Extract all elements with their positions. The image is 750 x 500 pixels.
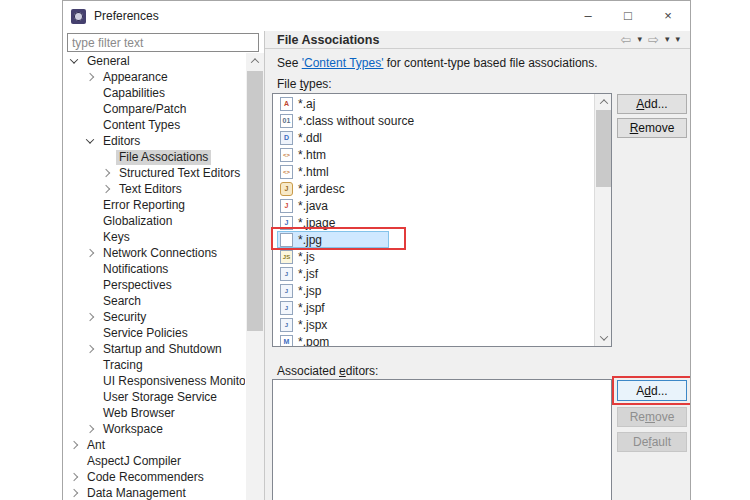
scroll-up-icon[interactable] <box>595 94 612 110</box>
tree-item[interactable]: AspectJ Compiler <box>63 453 245 469</box>
tree-item[interactable]: Content Types <box>63 117 245 133</box>
file-type-row[interactable]: *.class without source <box>273 112 594 129</box>
forward-arrow-icon[interactable]: ⇨ <box>648 33 659 46</box>
tree-item-label: Code Recommenders <box>84 470 207 485</box>
tree-item-label: Appearance <box>100 70 171 85</box>
tree-item[interactable]: File Associations <box>63 149 245 165</box>
back-arrow-icon[interactable]: ⇦ <box>621 33 632 46</box>
maximize-button[interactable]: □ <box>608 1 648 31</box>
file-type-row[interactable]: *.jpg <box>273 231 594 248</box>
file-type-row[interactable]: *.html <box>273 163 594 180</box>
tree-item[interactable]: Web Browser <box>63 405 245 421</box>
tree-item[interactable]: Code Recommenders <box>63 469 245 485</box>
tree-item[interactable]: Structured Text Editors <box>63 165 245 181</box>
file-icon <box>280 97 293 111</box>
associated-editors-label: Associated editors: <box>277 364 378 378</box>
file-type-row[interactable]: *.aj <box>273 95 594 112</box>
chevron-icon <box>70 489 78 497</box>
content-types-link[interactable]: 'Content Types' <box>302 56 384 70</box>
chevron-icon <box>86 313 94 321</box>
remove-file-type-button[interactable]: Remove <box>617 118 687 138</box>
file-type-label: *.java <box>298 199 328 213</box>
filter-input[interactable] <box>67 33 259 52</box>
tree-item[interactable]: Notifications <box>63 261 245 277</box>
tree-scrollbar-thumb[interactable] <box>247 71 263 331</box>
file-types-list[interactable]: *.aj *.class without source *.ddl <box>272 93 612 347</box>
file-icon <box>280 182 293 196</box>
tree-item-label: Globalization <box>100 214 175 229</box>
tree-item[interactable]: General <box>63 53 245 69</box>
file-list-scrollbar-thumb[interactable] <box>596 110 611 187</box>
file-type-label: *.jsf <box>298 267 318 281</box>
tree-item[interactable]: Ant <box>63 437 245 453</box>
tree-item[interactable]: Appearance <box>63 69 245 85</box>
tree-item[interactable]: Globalization <box>63 213 245 229</box>
chevron-icon <box>70 473 78 481</box>
tree-item[interactable]: User Storage Service <box>63 389 245 405</box>
tree-item[interactable]: Keys <box>63 229 245 245</box>
scroll-down-icon[interactable] <box>595 330 612 346</box>
file-icon <box>280 284 293 298</box>
file-type-label: *.ddl <box>298 131 322 145</box>
tree-item[interactable]: Error Reporting <box>63 197 245 213</box>
tree-item[interactable]: Network Connections <box>63 245 245 261</box>
file-type-row[interactable]: *.pom <box>273 333 594 347</box>
file-list-scrollbar[interactable] <box>594 94 611 346</box>
tree-item[interactable]: Editors <box>63 133 245 149</box>
tree-item-label: Compare/Patch <box>100 102 189 117</box>
back-dropdown-icon[interactable]: ▾ <box>638 35 643 44</box>
tree-item[interactable]: Service Policies <box>63 325 245 341</box>
view-menu-icon[interactable]: ▾ <box>675 35 680 44</box>
chevron-icon <box>86 425 94 433</box>
file-type-label: *.jspf <box>298 301 325 315</box>
tree-item-label: Network Connections <box>100 246 220 261</box>
tree-item-label: Text Editors <box>116 182 185 197</box>
file-type-row[interactable]: *.htm <box>273 146 594 163</box>
file-icon <box>280 148 293 162</box>
tree-item-label: Perspectives <box>100 278 175 293</box>
file-type-row[interactable]: *.jardesc <box>273 180 594 197</box>
tree-item[interactable]: Text Editors <box>63 181 245 197</box>
tree-item[interactable]: UI Responsiveness Monitorin <box>63 373 245 389</box>
file-type-row[interactable]: *.jspf <box>273 299 594 316</box>
file-type-label: *.pom <box>298 335 329 348</box>
tree-item-label: User Storage Service <box>100 390 220 405</box>
file-type-row[interactable]: *.jsf <box>273 265 594 282</box>
title-bar[interactable]: Preferences – □ × <box>63 1 690 31</box>
add-file-type-button[interactable]: Add... <box>617 94 687 114</box>
minimize-button[interactable]: – <box>568 1 608 31</box>
tree-item[interactable]: Startup and Shutdown <box>63 341 245 357</box>
chevron-icon <box>70 441 78 449</box>
chevron-icon <box>86 135 94 143</box>
tree-item-label: Search <box>100 294 144 309</box>
tree-item-label: File Associations <box>116 150 211 165</box>
tree-scrollbar[interactable] <box>246 53 264 500</box>
file-type-row[interactable]: *.jspx <box>273 316 594 333</box>
file-icon <box>280 131 293 145</box>
tree-item[interactable]: Tracing <box>63 357 245 373</box>
file-type-row[interactable]: *.ddl <box>273 129 594 146</box>
file-type-row[interactable]: *.java <box>273 197 594 214</box>
file-type-row[interactable]: *.jpage <box>273 214 594 231</box>
close-button[interactable]: × <box>648 1 688 31</box>
scroll-up-icon[interactable] <box>246 53 264 69</box>
file-type-row[interactable]: *.jsp <box>273 282 594 299</box>
add-editor-button[interactable]: Add... <box>617 380 687 401</box>
tree-item[interactable]: Perspectives <box>63 277 245 293</box>
page-header: File Associations ⇦ ▾ ⇨ ▾ ▾ <box>265 31 690 49</box>
file-icon <box>280 199 293 213</box>
tree-item[interactable]: Workspace <box>63 421 245 437</box>
associated-editors-list[interactable] <box>272 379 612 500</box>
file-icon <box>280 114 293 128</box>
file-icon <box>280 301 293 315</box>
forward-dropdown-icon[interactable]: ▾ <box>665 35 670 44</box>
preferences-tree: General Appearance Capabilities Compare/… <box>63 53 245 500</box>
tree-item[interactable]: Search <box>63 293 245 309</box>
tree-item[interactable]: Capabilities <box>63 85 245 101</box>
tree-item[interactable]: Data Management <box>63 485 245 500</box>
file-icon <box>280 233 293 247</box>
tree-item[interactable]: Compare/Patch <box>63 101 245 117</box>
tree-item-label: Web Browser <box>100 406 178 421</box>
file-type-row[interactable]: *.js <box>273 248 594 265</box>
tree-item[interactable]: Security <box>63 309 245 325</box>
